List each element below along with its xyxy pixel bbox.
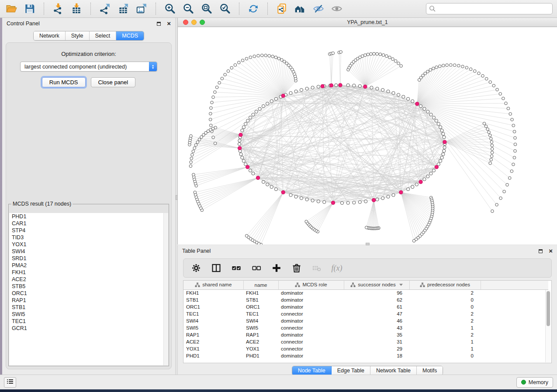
network-canvas[interactable]: [178, 27, 557, 244]
table-cell[interactable]: STB1: [183, 296, 243, 303]
mcds-result-item[interactable]: STB1: [9, 304, 168, 311]
close-table-panel-icon[interactable]: ×: [549, 249, 553, 253]
toggle-column-display-icon[interactable]: [211, 262, 222, 274]
table-cell[interactable]: 29: [344, 345, 409, 352]
table-cell[interactable]: 1: [409, 345, 481, 352]
table-cell[interactable]: SWI4: [243, 317, 278, 324]
column-header-successor-nodes[interactable]: successor nodes: [344, 281, 409, 289]
table-cell[interactable]: ACE2: [243, 338, 278, 345]
table-cell[interactable]: dominator: [278, 317, 344, 324]
table-scrollbar-thumb[interactable]: [547, 291, 550, 326]
export-network-icon[interactable]: [98, 2, 112, 16]
show-all-icon[interactable]: [330, 2, 344, 16]
mcds-result-item[interactable]: ACE2: [9, 276, 168, 283]
table-cell[interactable]: STB1: [243, 296, 278, 303]
table-row[interactable]: RAP1RAP1dominator352: [183, 331, 548, 338]
zoom-fit-icon[interactable]: [200, 2, 214, 16]
mcds-result-item[interactable]: SRD1: [9, 255, 168, 262]
run-mcds-button[interactable]: Run MCDS: [42, 77, 86, 87]
table-cell[interactable]: TEC1: [243, 310, 278, 317]
mcds-result-item[interactable]: YOX1: [9, 241, 168, 248]
close-panel-icon[interactable]: ×: [167, 21, 171, 26]
table-row[interactable]: YOX1YOX1connector291: [183, 345, 548, 352]
table-row[interactable]: FKH1FKH1dominator962: [183, 289, 548, 296]
table-cell[interactable]: 0: [409, 303, 481, 310]
table-cell[interactable]: ACE2: [183, 338, 243, 345]
tab-network[interactable]: Network: [34, 31, 66, 40]
float-window-icon[interactable]: [157, 22, 161, 26]
table-cell[interactable]: YOX1: [243, 345, 278, 352]
table-row[interactable]: STB1STB1dominator620: [183, 296, 548, 303]
import-network-icon[interactable]: [51, 2, 65, 16]
close-panel-button[interactable]: Close panel: [91, 77, 136, 87]
settings-gear-icon[interactable]: [190, 262, 202, 274]
mcds-result-item[interactable]: STB5: [9, 283, 168, 290]
function-builder-icon[interactable]: f(x): [331, 262, 343, 274]
table-cell[interactable]: dominator: [278, 303, 344, 310]
search-input[interactable]: [426, 3, 553, 14]
table-cell[interactable]: 18: [344, 352, 409, 359]
table-cell[interactable]: YOX1: [183, 345, 243, 352]
delete-table-icon[interactable]: [311, 262, 322, 274]
import-table-icon[interactable]: [69, 2, 83, 16]
table-cell[interactable]: 35: [344, 331, 409, 338]
table-cell[interactable]: 1: [409, 324, 481, 331]
select-all-columns-icon[interactable]: [231, 262, 242, 274]
mcds-result-item[interactable]: RAP1: [9, 297, 168, 304]
table-cell[interactable]: 43: [344, 324, 409, 331]
table-row[interactable]: TEC1TEC1connector472: [183, 310, 548, 317]
table-cell[interactable]: TEC1: [183, 310, 243, 317]
tab-select[interactable]: Select: [90, 31, 117, 40]
save-session-icon[interactable]: [23, 2, 37, 16]
export-image-icon[interactable]: [135, 2, 149, 16]
table-cell[interactable]: dominator: [278, 331, 344, 338]
table-row[interactable]: ORC1ORC1dominator610: [183, 303, 548, 310]
table-cell[interactable]: connector: [278, 345, 344, 352]
zoom-in-icon[interactable]: [163, 2, 177, 16]
mcds-result-scrollbar[interactable]: [163, 213, 168, 365]
optimization-criterion-select[interactable]: largest connected component (undirected)…: [20, 62, 157, 72]
column-header-predecessor-nodes[interactable]: predecessor nodes: [409, 281, 481, 289]
table-cell[interactable]: PHD1: [243, 352, 278, 359]
hide-selected-icon[interactable]: [311, 2, 325, 16]
delete-columns-icon[interactable]: [291, 262, 302, 274]
table-cell[interactable]: RAP1: [183, 331, 243, 338]
memory-button[interactable]: Memory: [516, 377, 553, 388]
table-scrollbar-track[interactable]: [545, 290, 551, 362]
float-table-panel-icon[interactable]: [539, 249, 543, 253]
table-cell[interactable]: FKH1: [183, 289, 243, 296]
table-cell[interactable]: 62: [344, 296, 409, 303]
table-cell[interactable]: RAP1: [243, 331, 278, 338]
table-cell[interactable]: 2: [409, 331, 481, 338]
create-new-column-icon[interactable]: [271, 262, 282, 274]
table-cell[interactable]: ORC1: [183, 303, 243, 310]
tab-node-table[interactable]: Node Table: [292, 366, 332, 375]
table-cell[interactable]: 0: [409, 352, 481, 359]
table-row[interactable]: ACE2ACE2connector311: [183, 338, 548, 345]
mcds-result-item[interactable]: FKH1: [9, 269, 168, 276]
table-cell[interactable]: 2: [409, 310, 481, 317]
table-cell[interactable]: connector: [278, 338, 344, 345]
table-row[interactable]: SWI5SWI5connector431: [183, 324, 548, 331]
tab-mcds[interactable]: MCDS: [116, 31, 144, 40]
table-cell[interactable]: 46: [344, 317, 409, 324]
mcds-result-item[interactable]: SWI4: [9, 248, 168, 255]
table-cell[interactable]: 0: [409, 296, 481, 303]
table-cell[interactable]: dominator: [278, 289, 344, 296]
table-cell[interactable]: 61: [344, 303, 409, 310]
table-cell[interactable]: 31: [344, 338, 409, 345]
table-cell[interactable]: dominator: [278, 296, 344, 303]
mcds-result-item[interactable]: TEC1: [9, 318, 168, 325]
tab-edge-table[interactable]: Edge Table: [332, 366, 370, 375]
table-cell[interactable]: PHD1: [183, 352, 243, 359]
close-window-icon[interactable]: [183, 20, 188, 25]
refresh-icon[interactable]: [246, 2, 260, 16]
table-row[interactable]: SWI4SWI4dominator462: [183, 317, 548, 324]
tab-style[interactable]: Style: [66, 31, 90, 40]
mcds-result-item[interactable]: ORC1: [9, 290, 168, 297]
column-header-MCDS-role[interactable]: MCDS role: [278, 281, 344, 289]
open-file-icon[interactable]: [4, 2, 18, 16]
mcds-result-item[interactable]: GCR1: [9, 325, 168, 332]
mcds-result-item[interactable]: PMA2: [9, 262, 168, 269]
zoom-selected-icon[interactable]: [218, 2, 232, 16]
